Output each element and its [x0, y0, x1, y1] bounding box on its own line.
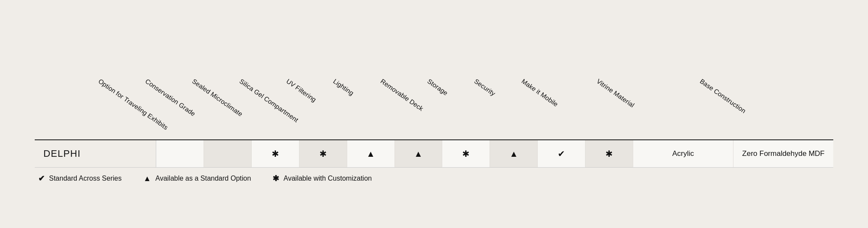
cell-security: ✔	[538, 140, 585, 167]
legend-text: Available with Customization	[283, 175, 372, 182]
comparison-table: Option for Traveling ExhibitsConservatio…	[35, 36, 833, 183]
row-cells: ✱✱▲▲✱▲✔✱AcrylicZero Formaldehyde MDF	[156, 140, 833, 167]
cell-traveling	[156, 140, 204, 167]
cell-lighting: ▲	[395, 140, 443, 167]
page-container: Option for Traveling ExhibitsConservatio…	[17, 27, 851, 201]
cell-silica: ✱	[299, 140, 347, 167]
cell-microclimate: ✱	[252, 140, 299, 167]
column-headers: Option for Traveling ExhibitsConservatio…	[156, 36, 833, 139]
cell-vitrine: Acrylic	[633, 140, 733, 167]
legend-item: ▲Available as a Standard Option	[143, 174, 251, 183]
legend-text: Standard Across Series	[49, 175, 122, 182]
legend-text: Available as a Standard Option	[155, 175, 251, 182]
cell-deck: ✱	[442, 140, 490, 167]
col-label-traveling: Option for Traveling Exhibits	[97, 77, 179, 138]
cell-mobile: ✱	[585, 140, 633, 167]
cell-uv: ▲	[347, 140, 395, 167]
legend-item: ✔Standard Across Series	[38, 174, 122, 183]
cell-base: Zero Formaldehyde MDF	[733, 140, 833, 167]
legend-item: ✱Available with Customization	[273, 174, 372, 183]
cell-storage: ▲	[490, 140, 538, 167]
table-header: Option for Traveling ExhibitsConservatio…	[35, 36, 833, 140]
row-label: DELPHI	[35, 140, 156, 167]
table-row: DELPHI✱✱▲▲✱▲✔✱AcrylicZero Formaldehyde M…	[35, 140, 833, 168]
table-body: DELPHI✱✱▲▲✱▲✔✱AcrylicZero Formaldehyde M…	[35, 140, 833, 168]
cell-conservation	[204, 140, 252, 167]
legend-symbol: ✔	[38, 174, 45, 183]
legend: ✔Standard Across Series▲Available as a S…	[35, 174, 833, 183]
col-header-base: Base Construction	[730, 36, 833, 139]
legend-symbol: ✱	[273, 174, 279, 183]
legend-symbol: ▲	[143, 174, 151, 183]
